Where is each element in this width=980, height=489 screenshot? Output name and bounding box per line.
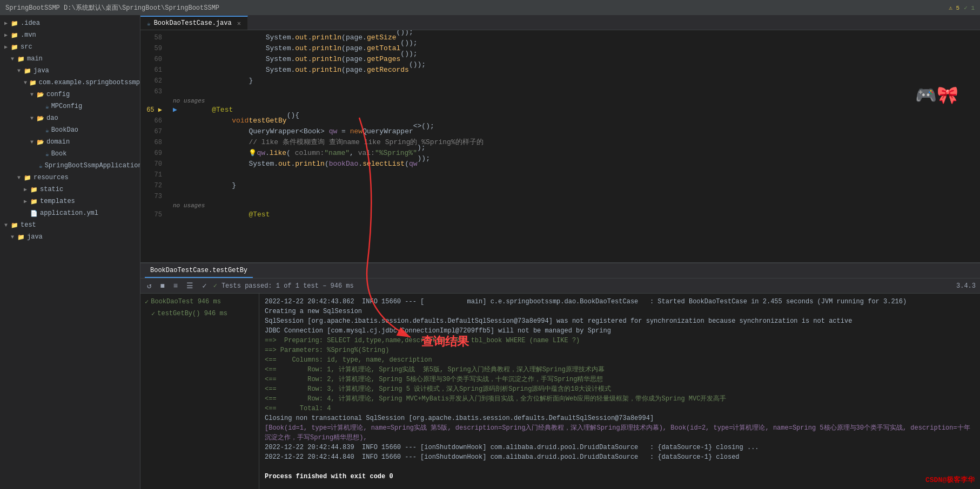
sidebar-item-book[interactable]: ☕ Book bbox=[0, 148, 140, 160]
csdn-watermark: CSDN@极客李华 bbox=[925, 475, 975, 485]
console-line-9: <== Row: 2, 计算机理论, Spring 5核心原理与30个类手写实战… bbox=[265, 375, 975, 384]
code-line-69: 💡 qw.like( column: "name", val: "%Spring… bbox=[173, 148, 980, 159]
console-line-16: 2022-12-22 20:42:44.840 INFO 15660 --- [… bbox=[265, 452, 975, 462]
list-icon[interactable]: ☰ bbox=[184, 280, 196, 291]
bottom-toolbar: ↺ ■ ≡ ☰ ✓ ✓ Tests passed: 1 of 1 test – … bbox=[140, 279, 980, 294]
editor-tab-bookdaotest[interactable]: ☕ BookDaoTestCase.java ✕ bbox=[140, 16, 248, 30]
stop-icon[interactable]: ■ bbox=[158, 281, 166, 291]
console-line-5: ==> Preparing: SELECT id,type,name,descr… bbox=[265, 336, 975, 345]
console-line-12: <== Total: 4 bbox=[265, 404, 975, 413]
sidebar-label-book: Book bbox=[51, 150, 67, 158]
test-item-bookdaotest[interactable]: ✓ BookDaoTest 946 ms bbox=[140, 296, 259, 308]
console-line-1: 2022-12-22 20:42:43.862 INFO 15660 --- [… bbox=[265, 297, 975, 307]
version-label: 3.4.3 bbox=[956, 282, 976, 290]
test-item-label-2: testGetBy() 946 ms bbox=[157, 310, 227, 317]
editor-area: ☕ BookDaoTestCase.java ✕ 58 59 60 61 62 … bbox=[140, 15, 980, 489]
sidebar-item-templates[interactable]: ▶ 📁 templates bbox=[0, 195, 140, 207]
sidebar-label-templates: templates bbox=[40, 198, 75, 205]
editor-tabs: ☕ BookDaoTestCase.java ✕ bbox=[140, 15, 980, 30]
main-layout: ▶ 📁 .idea ▶ 📁 .mvn ▶ 📁 src ▼ 📁 main ▼ 📁 … bbox=[0, 15, 980, 489]
character-image: 🎮🎀 bbox=[899, 82, 975, 109]
console-line-11: <== Row: 4, 计算机理论, Spring MVC+MyBatis开发从… bbox=[265, 394, 975, 404]
sidebar-label-bookdao: BookDao bbox=[51, 126, 78, 134]
bottom-tabs: BookDaoTestCase.testGetBy bbox=[140, 263, 980, 279]
code-line-71 bbox=[173, 169, 980, 180]
test-sidebar: ✓ BookDaoTest 946 ms ✓ testGetBy() 946 m… bbox=[140, 294, 259, 489]
sidebar-item-static[interactable]: ▶ 📁 static bbox=[0, 184, 140, 195]
sidebar-label-static: static bbox=[40, 186, 63, 193]
sidebar-item-src[interactable]: ▶ 📁 src bbox=[0, 41, 140, 53]
code-line-nousage1: no usages bbox=[173, 97, 980, 105]
bottom-tab-label: BookDaoTestCase.testGetBy bbox=[150, 267, 247, 274]
check-badge: ✓ 1 bbox=[964, 4, 975, 11]
title-bar: SpringBootSSMP D:\系统默认\桌面\SpringBoot\Spr… bbox=[0, 0, 980, 15]
console-output[interactable]: 2022-12-22 20:42:43.862 INFO 15660 --- [… bbox=[259, 294, 980, 489]
code-line-58: System.out.println(page.getSize()); bbox=[173, 32, 980, 43]
code-line-70: System.out.println(bookDao.selectList(qw… bbox=[173, 159, 980, 169]
sidebar-label-app: SpringBootSsmpApplication bbox=[45, 162, 140, 169]
test-pass-icon-1: ✓ bbox=[145, 298, 149, 306]
sidebar-item-appyml[interactable]: 📄 application.yml bbox=[0, 207, 140, 219]
sidebar-label-java: java bbox=[33, 67, 49, 74]
sidebar-item-mpconfig[interactable]: ☕ MPConfig bbox=[0, 100, 140, 112]
code-line-62: } bbox=[173, 76, 980, 86]
code-line-73 bbox=[173, 191, 980, 202]
code-editor: 58 59 60 61 62 63 65 ▶ 66 67 68 69 70 71… bbox=[140, 30, 980, 262]
sort-icon[interactable]: ≡ bbox=[171, 281, 180, 291]
sidebar-item-config[interactable]: ▼ 📂 config bbox=[0, 89, 140, 100]
code-line-59: System.out.println(page.getTotal()); bbox=[173, 43, 980, 54]
console-line-4: JDBC Connection [com.mysql.cj.jdbc.Conne… bbox=[265, 326, 975, 336]
console-line-18: Process finished with exit code 0 bbox=[265, 472, 975, 481]
sidebar-item-main[interactable]: ▼ 📁 main bbox=[0, 53, 140, 65]
code-line-66: void testGetBy(){ bbox=[173, 116, 980, 126]
console-line-8: <== Row: 1, 计算机理论, Spring实战 第5版, Spring入… bbox=[265, 365, 975, 375]
title-badges: ⚠ 5 ✓ 1 bbox=[949, 4, 975, 11]
console-line-2: Creating a new SqlSession bbox=[265, 307, 975, 316]
console-line-13: Closing non transactional SqlSession [or… bbox=[265, 413, 975, 423]
sidebar-item-idea[interactable]: ▶ 📁 .idea bbox=[0, 17, 140, 29]
bottom-tab-run[interactable]: BookDaoTestCase.testGetBy bbox=[145, 264, 253, 278]
sidebar-item-mvn[interactable]: ▶ 📁 .mvn bbox=[0, 29, 140, 41]
sidebar-item-test[interactable]: ▼ 📁 test bbox=[0, 219, 140, 231]
sidebar-label-com: com.example.springbootssmp bbox=[39, 79, 140, 86]
sidebar-item-java[interactable]: ▼ 📁 java bbox=[0, 65, 140, 77]
console-line-14: [Book(id=1, type=计算机理论, name=Spring实战 第5… bbox=[265, 423, 975, 443]
sidebar-label-test: test bbox=[21, 221, 36, 229]
console-line-15: 2022-12-22 20:42:44.839 INFO 15660 --- [… bbox=[265, 443, 975, 452]
sidebar-item-dao[interactable]: ▼ 📂 dao bbox=[0, 112, 140, 124]
checkmark-icon[interactable]: ✓ bbox=[200, 280, 209, 291]
sidebar-item-testjava[interactable]: ▼ 📁 java bbox=[0, 231, 140, 243]
window-title: SpringBootSSMP D:\系统默认\桌面\SpringBoot\Spr… bbox=[5, 3, 949, 12]
test-pass-icon-2: ✓ bbox=[151, 310, 155, 318]
sidebar-label-resources: resources bbox=[33, 174, 69, 181]
sidebar-label-dao: dao bbox=[46, 114, 58, 122]
sidebar-item-resources[interactable]: ▼ 📁 resources bbox=[0, 172, 140, 184]
sidebar-item-app[interactable]: ☕ SpringBootSsmpApplication bbox=[0, 160, 140, 172]
sidebar-label-config: config bbox=[46, 91, 70, 98]
code-line-75: @Test bbox=[173, 209, 980, 220]
code-line-nousage2: no usages bbox=[173, 202, 980, 209]
file-tree-sidebar: ▶ 📁 .idea ▶ 📁 .mvn ▶ 📁 src ▼ 📁 main ▼ 📁 … bbox=[0, 15, 140, 489]
bottom-panel: BookDaoTestCase.testGetBy ↺ ■ ≡ ☰ ✓ ✓ Te… bbox=[140, 262, 980, 489]
rerun-icon[interactable]: ↺ bbox=[145, 280, 153, 291]
sidebar-label-mpconfig: MPConfig bbox=[51, 103, 83, 110]
code-line-61: System.out.println(page.getRecords()); bbox=[173, 65, 980, 76]
console-line-17 bbox=[265, 462, 975, 472]
code-line-60: System.out.println(page.getPages()); bbox=[173, 54, 980, 65]
sidebar-item-com[interactable]: ▼ 📁 com.example.springbootssmp bbox=[0, 77, 140, 89]
bottom-content: ✓ BookDaoTest 946 ms ✓ testGetBy() 946 m… bbox=[140, 294, 980, 489]
sidebar-label-domain: domain bbox=[46, 138, 70, 146]
code-content[interactable]: System.out.println(page.getSize()); Syst… bbox=[167, 30, 980, 262]
sidebar-label-appyml: application.yml bbox=[40, 209, 98, 217]
test-result-count: Tests passed: 1 of 1 test – 946 ms bbox=[221, 282, 354, 290]
code-line-72: } bbox=[173, 180, 980, 191]
test-item-label-1: BookDaoTest 946 ms bbox=[151, 298, 221, 305]
console-line-10: <== Row: 3, 计算机理论, Spring 5 设计模式，深入Sprin… bbox=[265, 384, 975, 394]
sidebar-label-src: src bbox=[21, 43, 32, 51]
code-line-68: // like 条件模糊查询 查询name like Spring的 %Spri… bbox=[173, 137, 980, 148]
sidebar-item-bookdao[interactable]: ☕ BookDao bbox=[0, 124, 140, 136]
sidebar-item-domain[interactable]: ▼ 📂 domain bbox=[0, 136, 140, 148]
test-item-testgetby[interactable]: ✓ testGetBy() 946 ms bbox=[140, 308, 259, 320]
sidebar-label-idea: .idea bbox=[21, 19, 40, 27]
console-line-6: ==> Parameters: %Spring%(String) bbox=[265, 345, 975, 355]
